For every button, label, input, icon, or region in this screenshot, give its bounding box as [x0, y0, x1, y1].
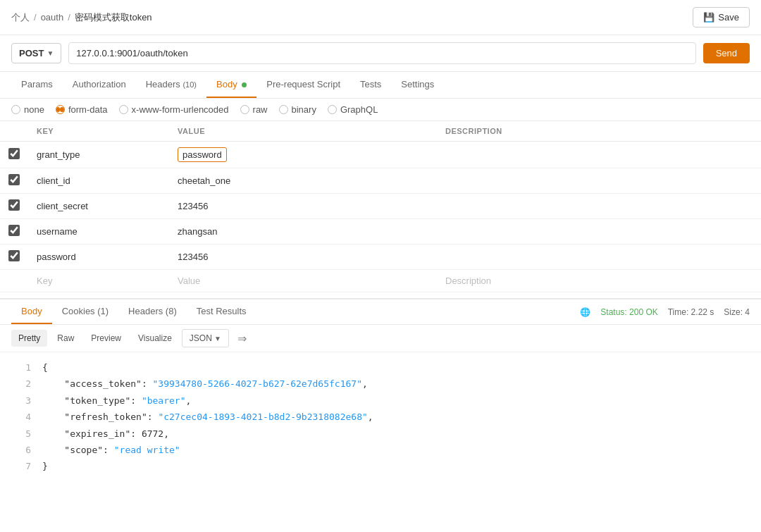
row4-key[interactable]: username	[28, 219, 169, 245]
resp-tab-headers[interactable]: Headers (8)	[118, 299, 187, 324]
graphql-label: GraphQL	[340, 104, 378, 115]
table-empty-row: Key Value Description	[0, 270, 761, 292]
format-row: Pretty Raw Preview Visualize JSON ▼ ⇒	[0, 325, 761, 352]
row1-checkbox[interactable]	[8, 148, 20, 159]
tab-pre-request[interactable]: Pre-request Script	[256, 72, 350, 98]
row1-checkbox-cell	[0, 142, 28, 168]
response-tabs-row: Body Cookies (1) Headers (8) Test Result…	[0, 299, 761, 325]
breadcrumb-sep1: /	[34, 12, 37, 23]
breadcrumb: 个人 / oauth / 密码模式获取token	[11, 11, 152, 24]
table-row: username zhangsan	[0, 219, 761, 245]
form-data-radio-dot	[56, 107, 61, 112]
lang-selector[interactable]: JSON ▼	[182, 329, 229, 347]
tab-headers[interactable]: Headers (10)	[136, 72, 206, 98]
raw-radio-circle	[240, 105, 249, 114]
response-section: Body Cookies (1) Headers (8) Test Result…	[0, 298, 761, 482]
format-raw[interactable]: Raw	[50, 330, 81, 347]
request-bar: POST ▼ Send	[0, 35, 761, 72]
row2-checkbox-cell	[0, 168, 28, 194]
save-button[interactable]: 💾 Save	[693, 7, 750, 27]
line-num-3: 3	[14, 392, 31, 409]
line-num-2: 2	[14, 376, 31, 392]
save-icon: 💾	[703, 12, 714, 23]
row1-key[interactable]: grant_type	[28, 142, 169, 168]
body-type-binary[interactable]: binary	[279, 104, 316, 115]
lang-chevron-icon: ▼	[214, 335, 221, 342]
row5-desc[interactable]	[437, 245, 761, 270]
table-row: client_secret 123456	[0, 194, 761, 219]
row4-value[interactable]: zhangsan	[169, 219, 437, 245]
row5-value[interactable]: 123456	[169, 245, 437, 270]
save-label: Save	[718, 12, 739, 23]
breadcrumb-personal[interactable]: 个人	[11, 11, 30, 24]
format-visualize[interactable]: Visualize	[131, 330, 179, 347]
breadcrumb-sep2: /	[68, 12, 70, 23]
row2-key[interactable]: client_id	[28, 168, 169, 194]
row4-desc[interactable]	[437, 219, 761, 245]
response-tabs: Body Cookies (1) Headers (8) Test Result…	[11, 299, 256, 324]
wrap-icon[interactable]: ⇒	[237, 332, 247, 345]
json-line-4: 4 "refresh_token": "c27cec04-1893-4021-b…	[14, 409, 747, 425]
kv-table: KEY VALUE DESCRIPTION grant_type passwor…	[0, 121, 761, 292]
format-preview[interactable]: Preview	[84, 330, 128, 347]
row1-value[interactable]: password	[169, 142, 437, 168]
body-type-form-data[interactable]: form-data	[56, 104, 108, 115]
table-row: password 123456	[0, 245, 761, 270]
tab-params[interactable]: Params	[11, 72, 63, 98]
row3-desc[interactable]	[437, 194, 761, 219]
body-type-none[interactable]: none	[11, 104, 44, 115]
form-data-label: form-data	[68, 104, 108, 115]
row4-checkbox-cell	[0, 219, 28, 245]
urlencoded-radio-circle	[119, 105, 128, 114]
globe-icon: 🌐	[580, 307, 590, 317]
row2-value[interactable]: cheetah_one	[169, 168, 437, 194]
row2-checkbox[interactable]	[8, 174, 20, 185]
row1-desc[interactable]	[437, 142, 761, 168]
headers-badge: (10)	[182, 80, 197, 89]
tab-tests[interactable]: Tests	[350, 72, 391, 98]
row4-checkbox[interactable]	[8, 225, 20, 236]
method-selector[interactable]: POST ▼	[11, 43, 61, 63]
line-num-7: 7	[14, 458, 31, 474]
top-bar: 个人 / oauth / 密码模式获取token 💾 Save	[0, 0, 761, 35]
table-header-row: KEY VALUE DESCRIPTION	[0, 121, 761, 142]
table-row: client_id cheetah_one	[0, 168, 761, 194]
response-status: Status: 200 OK	[600, 307, 657, 317]
body-type-urlencoded[interactable]: x-www-form-urlencoded	[119, 104, 229, 115]
tab-authorization[interactable]: Authorization	[63, 72, 136, 98]
line-num-1: 1	[14, 359, 31, 376]
json-line-6: 6 "scope": "read write"	[14, 442, 747, 458]
resp-tab-body[interactable]: Body	[11, 299, 52, 324]
send-button[interactable]: Send	[703, 43, 750, 63]
urlencoded-label: x-www-form-urlencoded	[132, 104, 229, 115]
breadcrumb-oauth[interactable]: oauth	[41, 12, 64, 23]
breadcrumb-current: 密码模式获取token	[75, 11, 152, 24]
tab-body[interactable]: Body	[206, 72, 256, 98]
json-line-1: 1{	[14, 359, 747, 376]
body-type-raw[interactable]: raw	[240, 104, 268, 115]
row3-checkbox[interactable]	[8, 199, 20, 211]
access-token-link[interactable]: "39934780-5266-4027-b627-62e7d65fc167"	[153, 378, 362, 389]
empty-key-cell[interactable]: Key	[28, 270, 169, 292]
json-line-2: 2 "access_token": "39934780-5266-4027-b6…	[14, 376, 747, 392]
row5-checkbox[interactable]	[8, 250, 20, 261]
line-num-6: 6	[14, 442, 31, 458]
row3-value[interactable]: 123456	[169, 194, 437, 219]
resp-tab-cookies[interactable]: Cookies (1)	[52, 299, 118, 324]
empty-value-cell[interactable]: Value	[169, 270, 437, 292]
graphql-radio-circle	[328, 105, 337, 114]
row2-desc[interactable]	[437, 168, 761, 194]
col-value-header: VALUE	[169, 121, 437, 142]
row3-key[interactable]: client_secret	[28, 194, 169, 219]
url-input[interactable]	[68, 42, 695, 64]
body-type-graphql[interactable]: GraphQL	[328, 104, 378, 115]
format-pretty[interactable]: Pretty	[11, 330, 47, 347]
form-data-radio-circle	[56, 105, 65, 114]
row5-key[interactable]: password	[28, 245, 169, 270]
row1-value-text: password	[178, 147, 227, 162]
resp-tab-test-results[interactable]: Test Results	[187, 299, 256, 324]
tab-settings[interactable]: Settings	[391, 72, 444, 98]
method-label: POST	[19, 48, 44, 58]
col-checkbox	[0, 121, 28, 142]
empty-desc-cell[interactable]: Description	[437, 270, 761, 292]
